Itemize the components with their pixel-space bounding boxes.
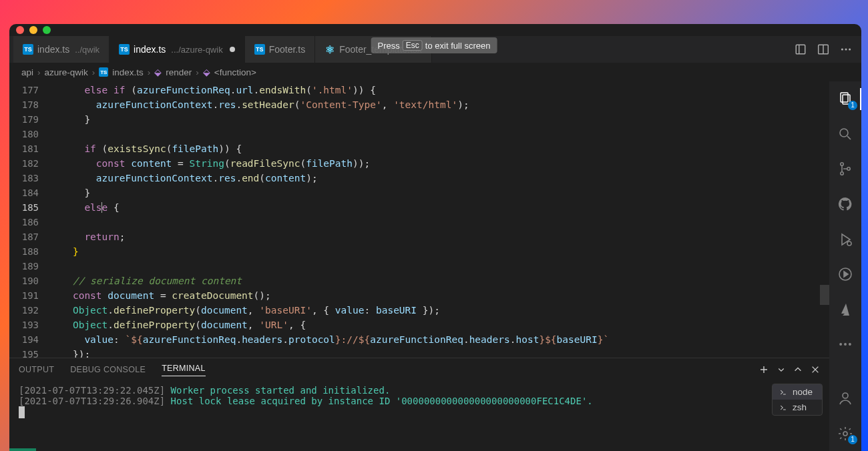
activity-account-icon[interactable]	[836, 390, 855, 407]
maximize-panel-icon[interactable]	[793, 365, 803, 374]
minimap-thumb[interactable]	[820, 285, 829, 305]
bottom-panel: OUTPUT DEBUG CONSOLE TERMINAL	[9, 358, 829, 451]
svg-point-16	[843, 393, 848, 398]
settings-badge: 1	[848, 435, 857, 444]
compare-changes-icon[interactable]	[795, 43, 807, 55]
ts-file-icon: TS	[254, 44, 265, 55]
activity-settings-icon[interactable]: 1	[836, 425, 855, 442]
svg-point-3	[845, 48, 847, 50]
ts-file-icon: TS	[99, 67, 108, 77]
activity-github-icon[interactable]	[836, 196, 855, 213]
editor-tab[interactable]: TSFooter.ts	[245, 36, 315, 63]
new-terminal-icon[interactable]	[758, 364, 769, 375]
tab-title: index.ts	[37, 44, 69, 55]
window-close-button[interactable]	[16, 26, 24, 34]
panel-tab-terminal[interactable]: TERMINAL	[162, 364, 206, 376]
statusbar-accent	[9, 448, 36, 451]
ts-file-icon: TS	[23, 44, 33, 55]
activity-explorer-icon[interactable]: 1	[836, 91, 855, 107]
tab-subpath: ../qwik	[75, 45, 99, 55]
code-editor[interactable]: 1771781791801811821831841851861871881891…	[9, 81, 829, 358]
titlebar	[9, 24, 861, 36]
editor-tab[interactable]: TSindex.ts.../azure-qwik	[110, 36, 245, 63]
svg-point-14	[844, 344, 847, 346]
activity-azure-icon[interactable]	[836, 302, 855, 318]
svg-point-8	[841, 163, 843, 165]
svg-point-9	[841, 172, 843, 175]
code-content[interactable]: else if (azureFunctionReq.url.endsWith('…	[49, 81, 820, 358]
terminal-cursor	[19, 406, 25, 418]
breadcrumb[interactable]: api › azure-qwik › TS index.ts › ⬙ rende…	[9, 63, 861, 81]
breadcrumb-item[interactable]: render	[166, 67, 192, 77]
dirty-indicator-icon	[230, 47, 235, 52]
editor-tab[interactable]: TSindex.ts../qwik	[13, 36, 110, 63]
tab-subpath: .../azure-qwik	[171, 45, 222, 55]
breadcrumb-item[interactable]: api	[21, 67, 33, 77]
terminal-dropdown-icon[interactable]	[777, 366, 785, 374]
svg-point-4	[849, 48, 851, 50]
breadcrumb-item[interactable]: <function>	[214, 67, 256, 77]
activity-more-icon[interactable]	[836, 336, 855, 353]
activity-run-debug-icon[interactable]	[836, 231, 855, 248]
minimap[interactable]	[820, 81, 829, 358]
esc-prefix: Press	[378, 41, 400, 51]
tab-title: Footer.ts	[269, 44, 305, 55]
svg-point-15	[849, 344, 851, 346]
activity-search-icon[interactable]	[836, 126, 855, 143]
svg-rect-5	[841, 93, 848, 102]
svg-point-10	[847, 167, 850, 170]
close-panel-icon[interactable]	[811, 365, 820, 374]
esc-key: Esc	[403, 40, 423, 51]
symbol-icon: ⬙	[154, 67, 162, 77]
terminal-output[interactable]: [2021-07-07T13:29:22.045Z] Worker proces…	[9, 381, 829, 451]
activity-play-icon[interactable]	[836, 266, 855, 283]
activity-source-control-icon[interactable]	[836, 161, 855, 177]
window-minimize-button[interactable]	[29, 26, 37, 34]
svg-rect-0	[796, 45, 805, 54]
svg-point-13	[839, 344, 842, 346]
ts-file-icon: TS	[119, 44, 130, 55]
panel-tab-output[interactable]: OUTPUT	[19, 365, 54, 374]
more-actions-icon[interactable]	[840, 43, 852, 55]
breadcrumb-item[interactable]: azure-qwik	[45, 67, 88, 77]
fullscreen-esc-hint: Press Esc to exit full screen	[371, 37, 497, 53]
activity-bar: 1	[829, 81, 861, 451]
esc-suffix: to exit full screen	[425, 41, 491, 51]
line-gutter: 1771781791801811821831841851861871881891…	[9, 81, 49, 358]
svg-point-7	[840, 129, 848, 137]
breadcrumb-item[interactable]: index.ts	[112, 67, 144, 77]
split-editor-icon[interactable]	[817, 43, 829, 55]
svg-point-2	[841, 48, 843, 50]
panel-tab-debug-console[interactable]: DEBUG CONSOLE	[70, 365, 146, 374]
explorer-badge: 1	[848, 101, 857, 110]
react-file-icon: ⚛	[324, 44, 335, 55]
vscode-window: TSindex.ts../qwikTSindex.ts.../azure-qwi…	[9, 24, 861, 451]
symbol-icon: ⬙	[203, 67, 210, 77]
svg-point-11	[847, 242, 851, 246]
window-maximize-button[interactable]	[43, 26, 51, 34]
svg-point-17	[843, 432, 847, 436]
tab-title: index.ts	[134, 44, 166, 55]
